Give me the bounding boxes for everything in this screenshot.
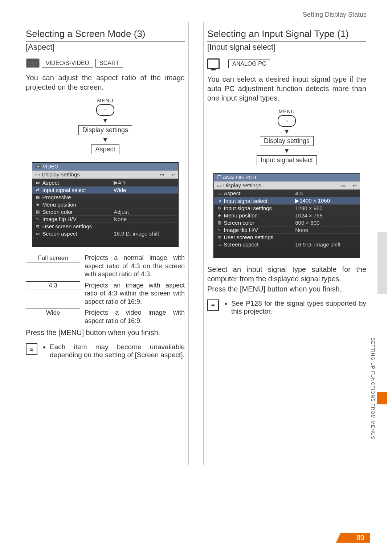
option-row: Full screenProjects a normal image with … (26, 254, 185, 278)
right-badges: ANALOG PC (207, 58, 366, 69)
osd-row-label: Menu position (224, 212, 258, 219)
osd-row-label: Input signal select (224, 198, 268, 204)
osd-row: ▭Aspect4:3 (214, 189, 360, 197)
osd-row-value: 1024 × 768 (295, 212, 357, 219)
osd-row-label: Screen aspect (42, 230, 77, 237)
osd-row-value (295, 234, 357, 240)
osd-row-icon: ▤ (35, 195, 40, 200)
osd-row-value: 16:9 D. image shift (114, 230, 175, 237)
video-icon: ◯◯ (26, 58, 40, 68)
right-subtitle: [Input signal select] (207, 42, 366, 52)
option-row: 4:3Projects an image with aspect ratio o… (26, 281, 185, 306)
left-subtitle: [Aspect] (26, 42, 185, 52)
osd-row-value (114, 223, 175, 229)
page-columns: Selecting a Screen Mode (3) [Aspect] ◯◯ … (0, 0, 392, 479)
info-icon: ≣ (207, 299, 219, 311)
osd-row-icon: ◈ (35, 202, 40, 207)
osd-row-icon: ⧉ (35, 224, 40, 229)
right-note: ≣ See P128 for the signal types supporte… (207, 299, 366, 315)
osd-row: ◈Menu position1024 × 768 (214, 212, 360, 219)
osd-row-value (114, 201, 175, 208)
flow-step1: Display settings (260, 136, 314, 146)
side-tab-grey (377, 232, 387, 294)
osd-row-icon: ▭ (35, 180, 40, 185)
menu-button-icon: ≡ (278, 115, 296, 127)
left-intro: You can adjust the aspect ratio of the i… (26, 73, 185, 92)
arrow-down-icon: ▼ (26, 117, 185, 124)
option-desc: Projects a video image with aspect ratio… (85, 309, 185, 325)
left-column: Selecting a Screen Mode (3) [Aspect] ◯◯ … (22, 22, 189, 465)
option-desc: Projects an image with aspect ratio of 4… (85, 281, 185, 306)
right-note-text: See P128 for the signal types supported … (231, 299, 366, 315)
arrow-down-icon: ▼ (207, 147, 366, 154)
osd-row-icon: ⤡ (35, 217, 40, 221)
right-title: Selecting an Input Signal Type (1) (207, 25, 366, 42)
osd-row-value: 1280 × 960 (295, 205, 357, 211)
flow-step2: Aspect (91, 144, 119, 154)
osd-row-label: Screen color (42, 209, 73, 215)
menu-label: MENU (207, 109, 366, 114)
osd-header: 📼 VIDEO (32, 163, 179, 171)
right-osd: 🖵 ANALOG PC-1 ▭ Display settings ▭↩ ▭Asp… (213, 173, 360, 258)
osd-row-value: 800 × 600 (295, 220, 357, 226)
osd-row: ⤡Image flip H/VNone (214, 226, 360, 233)
return-icon: ↩ (353, 183, 357, 188)
osd-row: ⇥Input signal select▶1400 × 1050 (214, 197, 360, 204)
osd-row-value: ▶1400 × 1050 (295, 197, 357, 204)
flow-step1: Display settings (78, 125, 132, 135)
arrow-down-icon: ▼ (207, 128, 366, 135)
menu-label: MENU (26, 98, 185, 103)
osd-row-value: 4:3 (295, 190, 357, 196)
menu-button-icon: ≡ (96, 104, 114, 116)
osd-row: ▭Screen aspect16:9 D. image shift (214, 241, 360, 248)
page-number: 89 (342, 533, 370, 543)
osd-row: ▤Progressive (32, 193, 179, 201)
badge-video-svideo: VIDEO/S-VIDEO (42, 59, 93, 68)
osd-row-icon: ▨ (217, 220, 222, 225)
badge-analog-pc: ANALOG PC (228, 60, 270, 68)
osd-row-label: Screen color (224, 220, 254, 226)
osd-row-value: None (295, 227, 357, 233)
left-badges: ◯◯ VIDEO/S-VIDEO SCART (26, 58, 185, 68)
osd-row-icon: ▭ (217, 242, 222, 247)
side-vertical-text: SETTING UP FUNCTIONS FROM MENUS (370, 338, 376, 440)
osd-row: ⚙Input signal settings1280 × 960 (214, 204, 360, 212)
right-flow: MENU ≡ ▼ Display settings ▼ Input signal… (207, 109, 366, 167)
osd-title-row: ▭ Display settings ▭↩ (214, 181, 360, 189)
option-key: 4:3 (26, 281, 80, 290)
osd-row: ◈Menu position (32, 201, 179, 208)
side-tab-orange (377, 392, 387, 404)
osd-row-value: 16:9 D. image shift (295, 241, 357, 248)
osd-row: ▭Aspect▶4:3 (32, 179, 179, 186)
flow-step2: Input signal select (257, 155, 317, 165)
option-key: Full screen (26, 254, 80, 262)
osd-row-icon: ▭ (35, 231, 40, 236)
osd-row-icon: ⇥ (217, 199, 222, 203)
osd-row-icon: ▭ (217, 191, 222, 196)
osd-row-value (114, 194, 175, 200)
page-header: Setting Display Status (303, 11, 367, 19)
osd-row-value: Adjust (114, 209, 175, 215)
osd-row-icon: ⤡ (217, 228, 222, 232)
pc-icon (207, 58, 220, 69)
osd-row-label: Aspect (42, 180, 59, 186)
badge-scart: SCART (95, 59, 123, 68)
right-after1: Select an input signal type suitable for… (207, 265, 366, 283)
osd-row-label: User screen settings (42, 223, 92, 229)
osd-row-icon: ▨ (35, 209, 40, 214)
osd-row-icon: ◈ (217, 213, 222, 218)
option-row: WideProjects a video image with aspect r… (26, 309, 185, 325)
option-key: Wide (26, 309, 80, 317)
return-icon: ↩ (171, 172, 175, 177)
osd-row-label: Image flip H/V (42, 216, 77, 222)
osd-row-value: ▶4:3 (114, 179, 175, 186)
osd-header: 🖵 ANALOG PC-1 (214, 174, 360, 181)
option-desc: Projects a normal image with aspect rati… (85, 254, 185, 278)
osd-row-icon: ⇄ (35, 188, 40, 192)
left-osd: 📼 VIDEO ▭ Display settings ▭↩ ▭Aspect▶4:… (32, 162, 179, 247)
arrow-down-icon: ▼ (26, 136, 185, 143)
osd-row-icon: ⚙ (217, 206, 222, 211)
osd-row: ⧉User screen settings (214, 233, 360, 241)
osd-row-label: Input signal select (42, 187, 86, 193)
tab-icon: ▭ (160, 172, 164, 177)
